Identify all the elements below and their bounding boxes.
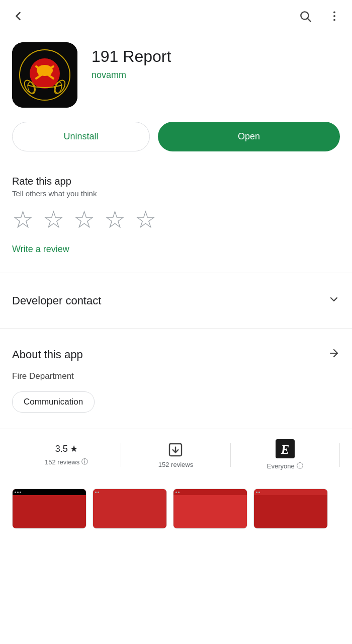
category-tag[interactable]: Communication xyxy=(12,391,95,413)
age-stat: E Everyone ⓘ xyxy=(231,439,339,470)
star-icon: ★ xyxy=(70,443,78,454)
svg-line-1 xyxy=(308,19,311,22)
screenshots-row xyxy=(0,480,352,537)
divider-1 xyxy=(0,273,352,273)
downloads-icon-area xyxy=(167,442,184,458)
downloads-label: 152 reviews xyxy=(158,461,193,468)
back-button[interactable] xyxy=(9,7,27,25)
esrb-icon: E xyxy=(276,439,295,458)
svg-point-3 xyxy=(333,15,335,17)
screenshot-3[interactable] xyxy=(173,489,247,529)
action-buttons: Uninstall Open xyxy=(0,122,352,168)
top-bar xyxy=(0,0,352,32)
search-button[interactable] xyxy=(297,8,314,25)
app-title-section: 191 Report novamm xyxy=(92,42,171,80)
rate-section: Rate this app Tell others what you think… xyxy=(0,168,352,267)
rating-stat: 3.5 ★ 152 reviews ⓘ xyxy=(12,443,121,466)
uninstall-button[interactable]: Uninstall xyxy=(12,122,150,151)
chevron-down-icon xyxy=(328,293,340,308)
star-1[interactable]: ☆ xyxy=(12,208,34,232)
svg-text:E: E xyxy=(281,443,289,456)
stars-row[interactable]: ☆ ☆ ☆ ☆ ☆ xyxy=(12,208,340,232)
developer-contact-row[interactable]: Developer contact xyxy=(0,279,352,323)
rate-title: Rate this app xyxy=(12,176,340,187)
star-4[interactable]: ☆ xyxy=(104,208,126,232)
app-icon xyxy=(12,42,77,108)
svg-point-2 xyxy=(333,11,335,13)
rating-value: 3.5 ★ xyxy=(55,443,78,454)
arrow-right-icon xyxy=(328,347,340,362)
screenshot-1[interactable] xyxy=(12,489,86,529)
app-name: 191 Report xyxy=(92,47,171,66)
divider-2 xyxy=(0,329,352,329)
star-5[interactable]: ☆ xyxy=(135,208,156,232)
app-header: 191 Report novamm xyxy=(0,32,352,122)
top-bar-actions xyxy=(297,8,343,25)
about-title: About this app xyxy=(12,348,83,361)
developer-contact-label: Developer contact xyxy=(12,294,101,307)
more-options-button[interactable] xyxy=(326,8,343,25)
age-label: Everyone ⓘ xyxy=(267,461,303,470)
rate-subtitle: Tell others what you think xyxy=(12,189,340,198)
write-review-button[interactable]: Write a review xyxy=(12,244,69,255)
open-button[interactable]: Open xyxy=(158,122,340,151)
about-header[interactable]: About this app xyxy=(12,347,340,362)
star-3[interactable]: ☆ xyxy=(73,208,95,232)
screenshot-4[interactable] xyxy=(253,489,328,529)
about-section: About this app Fire Department Communica… xyxy=(0,335,352,421)
screenshot-2[interactable] xyxy=(93,489,167,529)
app-developer[interactable]: novamm xyxy=(92,70,171,80)
rating-info-icon[interactable]: ⓘ xyxy=(81,457,88,466)
about-description: Fire Department xyxy=(12,371,340,381)
age-info-icon[interactable]: ⓘ xyxy=(297,461,303,470)
stat-divider-3 xyxy=(339,443,340,467)
downloads-stat: 152 reviews xyxy=(121,442,230,468)
svg-point-4 xyxy=(333,19,335,21)
stats-bar: 3.5 ★ 152 reviews ⓘ 152 reviews E xyxy=(0,429,352,480)
rating-label: 152 reviews ⓘ xyxy=(45,457,88,466)
star-2[interactable]: ☆ xyxy=(43,208,64,232)
